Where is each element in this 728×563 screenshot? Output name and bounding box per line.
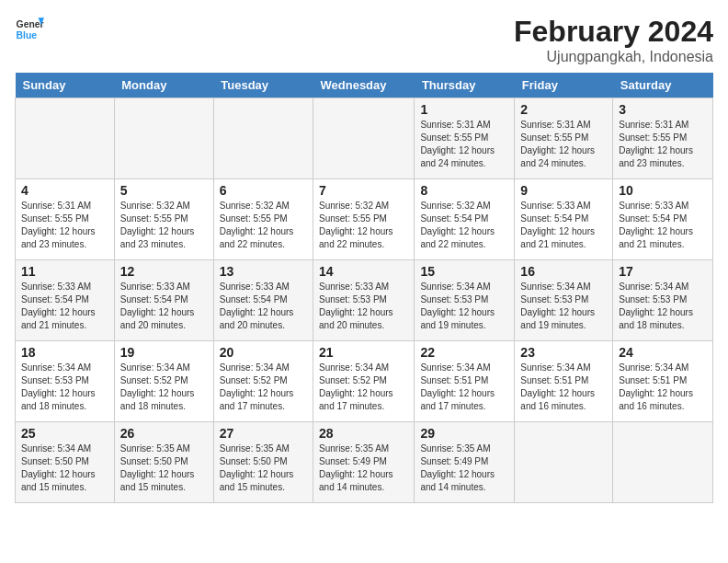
day-info: Sunrise: 5:34 AM Sunset: 5:51 PM Dayligh…: [420, 362, 508, 413]
day-number: 9: [520, 183, 607, 198]
calendar-cell: 13Sunrise: 5:33 AM Sunset: 5:54 PM Dayli…: [213, 260, 313, 341]
day-info: Sunrise: 5:34 AM Sunset: 5:53 PM Dayligh…: [21, 362, 108, 413]
day-info: Sunrise: 5:35 AM Sunset: 5:50 PM Dayligh…: [120, 442, 208, 494]
calendar-week-row: 18Sunrise: 5:34 AM Sunset: 5:53 PM Dayli…: [16, 341, 713, 422]
day-number: 20: [220, 345, 307, 360]
title-area: February 2024 Ujungpangkah, Indonesia: [514, 15, 713, 65]
calendar-cell: 22Sunrise: 5:34 AM Sunset: 5:51 PM Dayli…: [415, 341, 515, 422]
calendar-cell: [515, 422, 613, 503]
calendar-week-row: 4Sunrise: 5:31 AM Sunset: 5:55 PM Daylig…: [16, 179, 713, 260]
calendar-week-row: 11Sunrise: 5:33 AM Sunset: 5:54 PM Dayli…: [16, 260, 713, 341]
calendar-cell: 14Sunrise: 5:33 AM Sunset: 5:53 PM Dayli…: [313, 260, 415, 341]
calendar-cell: 21Sunrise: 5:34 AM Sunset: 5:52 PM Dayli…: [313, 341, 415, 422]
day-number: 13: [220, 264, 307, 279]
day-info: Sunrise: 5:31 AM Sunset: 5:55 PM Dayligh…: [619, 119, 707, 170]
day-number: 19: [120, 345, 208, 360]
day-number: 16: [520, 264, 607, 279]
weekday-header: Thursday: [415, 73, 515, 98]
day-info: Sunrise: 5:32 AM Sunset: 5:55 PM Dayligh…: [120, 200, 208, 251]
logo: General Blue: [15, 15, 44, 44]
calendar-week-row: 25Sunrise: 5:34 AM Sunset: 5:50 PM Dayli…: [16, 422, 713, 503]
day-number: 4: [21, 183, 108, 198]
day-number: 17: [619, 264, 707, 279]
calendar-cell: 18Sunrise: 5:34 AM Sunset: 5:53 PM Dayli…: [16, 341, 115, 422]
calendar-cell: 27Sunrise: 5:35 AM Sunset: 5:50 PM Dayli…: [213, 422, 313, 503]
calendar-cell: [213, 98, 313, 179]
subtitle: Ujungpangkah, Indonesia: [514, 49, 713, 65]
calendar-cell: 7Sunrise: 5:32 AM Sunset: 5:55 PM Daylig…: [313, 179, 415, 260]
main-title: February 2024: [514, 15, 713, 49]
day-info: Sunrise: 5:34 AM Sunset: 5:52 PM Dayligh…: [319, 362, 408, 413]
day-info: Sunrise: 5:32 AM Sunset: 5:54 PM Dayligh…: [420, 200, 508, 251]
calendar-week-row: 1Sunrise: 5:31 AM Sunset: 5:55 PM Daylig…: [16, 98, 713, 179]
day-info: Sunrise: 5:34 AM Sunset: 5:51 PM Dayligh…: [520, 362, 607, 413]
day-info: Sunrise: 5:33 AM Sunset: 5:54 PM Dayligh…: [21, 281, 108, 332]
calendar-cell: 1Sunrise: 5:31 AM Sunset: 5:55 PM Daylig…: [415, 98, 515, 179]
calendar-cell: [16, 98, 115, 179]
day-info: Sunrise: 5:31 AM Sunset: 5:55 PM Dayligh…: [21, 200, 108, 251]
day-info: Sunrise: 5:34 AM Sunset: 5:53 PM Dayligh…: [420, 281, 508, 332]
day-number: 25: [21, 426, 108, 441]
day-info: Sunrise: 5:33 AM Sunset: 5:54 PM Dayligh…: [520, 200, 607, 251]
day-info: Sunrise: 5:35 AM Sunset: 5:49 PM Dayligh…: [319, 442, 408, 494]
day-number: 22: [420, 345, 508, 360]
day-number: 15: [420, 264, 508, 279]
weekday-header: Saturday: [613, 73, 713, 98]
day-number: 21: [319, 345, 408, 360]
day-number: 27: [220, 426, 307, 441]
calendar-table: SundayMondayTuesdayWednesdayThursdayFrid…: [15, 73, 713, 503]
calendar-cell: 16Sunrise: 5:34 AM Sunset: 5:53 PM Dayli…: [515, 260, 613, 341]
day-number: 7: [319, 183, 408, 198]
header-area: General Blue February 2024 Ujungpangkah,…: [15, 15, 713, 65]
calendar-cell: 15Sunrise: 5:34 AM Sunset: 5:53 PM Dayli…: [415, 260, 515, 341]
day-info: Sunrise: 5:33 AM Sunset: 5:54 PM Dayligh…: [220, 281, 307, 332]
calendar-cell: 10Sunrise: 5:33 AM Sunset: 5:54 PM Dayli…: [613, 179, 713, 260]
day-info: Sunrise: 5:32 AM Sunset: 5:55 PM Dayligh…: [319, 200, 408, 251]
calendar-cell: [313, 98, 415, 179]
day-info: Sunrise: 5:31 AM Sunset: 5:55 PM Dayligh…: [520, 119, 607, 170]
day-info: Sunrise: 5:33 AM Sunset: 5:53 PM Dayligh…: [319, 281, 408, 332]
day-info: Sunrise: 5:32 AM Sunset: 5:55 PM Dayligh…: [220, 200, 307, 251]
calendar-cell: 4Sunrise: 5:31 AM Sunset: 5:55 PM Daylig…: [16, 179, 115, 260]
day-info: Sunrise: 5:34 AM Sunset: 5:53 PM Dayligh…: [520, 281, 607, 332]
day-number: 29: [420, 426, 508, 441]
day-number: 12: [120, 264, 208, 279]
day-number: 24: [619, 345, 707, 360]
day-info: Sunrise: 5:35 AM Sunset: 5:50 PM Dayligh…: [220, 442, 307, 494]
day-number: 1: [420, 102, 508, 117]
day-info: Sunrise: 5:34 AM Sunset: 5:50 PM Dayligh…: [21, 442, 108, 494]
day-number: 23: [520, 345, 607, 360]
weekday-header-row: SundayMondayTuesdayWednesdayThursdayFrid…: [16, 73, 713, 98]
day-number: 26: [120, 426, 208, 441]
calendar-cell: 19Sunrise: 5:34 AM Sunset: 5:52 PM Dayli…: [114, 341, 213, 422]
calendar-cell: 20Sunrise: 5:34 AM Sunset: 5:52 PM Dayli…: [213, 341, 313, 422]
calendar-cell: 25Sunrise: 5:34 AM Sunset: 5:50 PM Dayli…: [16, 422, 115, 503]
day-number: 6: [220, 183, 307, 198]
calendar-cell: 9Sunrise: 5:33 AM Sunset: 5:54 PM Daylig…: [515, 179, 613, 260]
weekday-header: Friday: [515, 73, 613, 98]
day-info: Sunrise: 5:34 AM Sunset: 5:52 PM Dayligh…: [120, 362, 208, 413]
calendar-cell: 8Sunrise: 5:32 AM Sunset: 5:54 PM Daylig…: [415, 179, 515, 260]
logo-icon: General Blue: [15, 15, 44, 44]
calendar-cell: 17Sunrise: 5:34 AM Sunset: 5:53 PM Dayli…: [613, 260, 713, 341]
day-number: 2: [520, 102, 607, 117]
weekday-header: Sunday: [16, 73, 115, 98]
day-info: Sunrise: 5:33 AM Sunset: 5:54 PM Dayligh…: [619, 200, 707, 251]
weekday-header: Tuesday: [213, 73, 313, 98]
day-info: Sunrise: 5:34 AM Sunset: 5:51 PM Dayligh…: [619, 362, 707, 413]
day-number: 28: [319, 426, 408, 441]
day-number: 18: [21, 345, 108, 360]
day-number: 3: [619, 102, 707, 117]
day-number: 10: [619, 183, 707, 198]
day-info: Sunrise: 5:31 AM Sunset: 5:55 PM Dayligh…: [420, 119, 508, 170]
calendar-cell: [114, 98, 213, 179]
weekday-header: Wednesday: [313, 73, 415, 98]
calendar-cell: [613, 422, 713, 503]
day-number: 8: [420, 183, 508, 198]
day-number: 11: [21, 264, 108, 279]
calendar-cell: 5Sunrise: 5:32 AM Sunset: 5:55 PM Daylig…: [114, 179, 213, 260]
calendar-cell: 23Sunrise: 5:34 AM Sunset: 5:51 PM Dayli…: [515, 341, 613, 422]
calendar-cell: 24Sunrise: 5:34 AM Sunset: 5:51 PM Dayli…: [613, 341, 713, 422]
day-info: Sunrise: 5:34 AM Sunset: 5:52 PM Dayligh…: [220, 362, 307, 413]
day-info: Sunrise: 5:35 AM Sunset: 5:49 PM Dayligh…: [420, 442, 508, 494]
